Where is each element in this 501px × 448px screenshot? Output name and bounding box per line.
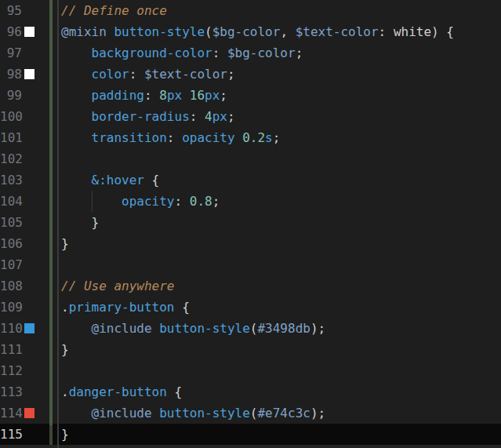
code-line[interactable]: 109.primary-button { <box>0 297 501 318</box>
code-token: { <box>167 384 182 399</box>
color-decorator-swatch[interactable] <box>24 408 34 418</box>
code-token: &:hover <box>92 173 144 188</box>
code-token: ; <box>227 109 235 124</box>
code-token: 8 <box>159 88 167 103</box>
code-editor[interactable]: 95// Define once96@mixin button-style($b… <box>0 0 501 448</box>
code-text: transition: opacity 0.2s; <box>61 127 280 148</box>
code-token: 0.2 <box>242 130 265 145</box>
code-token: @include <box>92 406 152 421</box>
code-line[interactable]: 114 @include button-style(#e74c3c); <box>0 402 501 424</box>
line-number[interactable]: 103 <box>0 169 22 191</box>
code-token <box>61 88 92 103</box>
code-token: button-style <box>159 406 250 421</box>
code-line[interactable]: 96@mixin button-style($bg-color, $text-c… <box>0 21 501 42</box>
line-number[interactable]: 109 <box>0 297 22 318</box>
code-line[interactable]: 115} <box>0 424 501 445</box>
line-number[interactable]: 112 <box>0 360 22 381</box>
code-token <box>182 88 190 103</box>
line-number[interactable]: 106 <box>0 233 22 254</box>
code-token: $text-color <box>296 24 379 39</box>
code-token: @mixin <box>61 24 107 39</box>
code-text: } <box>61 424 69 445</box>
line-number[interactable]: 115 <box>0 424 22 445</box>
code-token: : <box>190 109 205 124</box>
line-number[interactable]: 108 <box>0 275 22 297</box>
code-token <box>61 406 92 421</box>
code-token: button-style <box>114 24 205 39</box>
code-text: // Define once <box>61 0 167 21</box>
line-number[interactable]: 96 <box>0 21 22 42</box>
code-token <box>61 130 92 145</box>
line-number[interactable]: 105 <box>0 212 22 233</box>
line-number[interactable]: 95 <box>0 0 22 21</box>
code-lines: 95// Define once96@mixin button-style($b… <box>0 0 501 445</box>
code-token: $text-color <box>144 67 227 82</box>
code-line[interactable]: 103 &:hover { <box>0 169 501 191</box>
code-token <box>61 194 122 209</box>
code-token: #e74c3c <box>257 406 310 421</box>
color-decorator-swatch[interactable] <box>24 323 34 333</box>
line-number[interactable]: 98 <box>0 64 22 85</box>
line-number[interactable]: 99 <box>0 85 22 106</box>
line-number[interactable]: 97 <box>0 42 22 64</box>
color-decorator-swatch[interactable] <box>24 27 34 37</box>
code-token: . <box>61 384 69 399</box>
code-token: 0.8 <box>190 194 212 209</box>
code-token: ; <box>212 194 220 209</box>
code-text: } <box>61 339 69 360</box>
code-token: : <box>144 88 159 103</box>
code-token: ; <box>296 46 303 60</box>
code-line[interactable]: 95// Define once <box>0 0 501 21</box>
code-token: // Use anywhere <box>61 279 175 293</box>
code-line[interactable]: 108// Use anywhere <box>0 275 501 297</box>
code-token: background-color <box>92 46 212 60</box>
code-token: ); <box>310 406 325 421</box>
code-line[interactable]: 99 padding: 8px 16px; <box>0 85 501 106</box>
code-token: opacity <box>122 194 174 209</box>
code-line[interactable]: 107 <box>0 254 501 275</box>
code-text: opacity: 0.8; <box>61 191 220 212</box>
line-number[interactable]: 110 <box>0 318 22 339</box>
code-token <box>61 173 92 188</box>
code-text: @include button-style(#e74c3c); <box>61 402 325 424</box>
code-token: } <box>61 427 69 442</box>
line-number[interactable]: 113 <box>0 381 22 402</box>
code-token: transition <box>92 130 167 145</box>
code-token: ; <box>227 67 235 82</box>
line-number[interactable]: 104 <box>0 191 22 212</box>
code-token: primary-button <box>69 300 175 315</box>
code-line[interactable]: 111} <box>0 339 501 360</box>
code-token: , <box>280 24 295 39</box>
code-token: } <box>61 342 69 357</box>
code-token: : <box>379 24 394 39</box>
code-token: ; <box>273 130 281 145</box>
code-token: : <box>212 46 227 60</box>
code-line[interactable]: 98 color: $text-color; <box>0 64 501 85</box>
code-token <box>61 46 92 60</box>
code-line[interactable]: 100 border-radius: 4px; <box>0 106 501 127</box>
code-line[interactable]: 101 transition: opacity 0.2s; <box>0 127 501 148</box>
line-number[interactable]: 102 <box>0 148 22 169</box>
code-text: // Use anywhere <box>61 275 175 297</box>
code-line[interactable]: 112 <box>0 360 501 381</box>
code-line[interactable]: 110 @include button-style(#3498db); <box>0 318 501 339</box>
code-token: danger-button <box>69 384 167 399</box>
line-number[interactable]: 107 <box>0 254 22 275</box>
code-line[interactable]: 104 opacity: 0.8; <box>0 191 501 212</box>
line-number[interactable]: 114 <box>0 402 22 424</box>
code-line[interactable]: 113.danger-button { <box>0 381 501 402</box>
code-text: } <box>61 212 99 233</box>
code-line[interactable]: 102 <box>0 148 501 169</box>
code-line[interactable]: 106} <box>0 233 501 254</box>
line-number[interactable]: 101 <box>0 127 22 148</box>
code-token: border-radius <box>92 109 190 124</box>
line-number[interactable]: 111 <box>0 339 22 360</box>
code-token: . <box>61 300 69 315</box>
color-decorator-swatch[interactable] <box>24 69 34 79</box>
code-line[interactable]: 105 } <box>0 212 501 233</box>
line-number[interactable]: 100 <box>0 106 22 127</box>
code-line[interactable]: 97 background-color: $bg-color; <box>0 42 501 64</box>
code-token <box>61 67 92 82</box>
code-token: // Define once <box>61 3 167 18</box>
code-token: button-style <box>159 321 250 336</box>
